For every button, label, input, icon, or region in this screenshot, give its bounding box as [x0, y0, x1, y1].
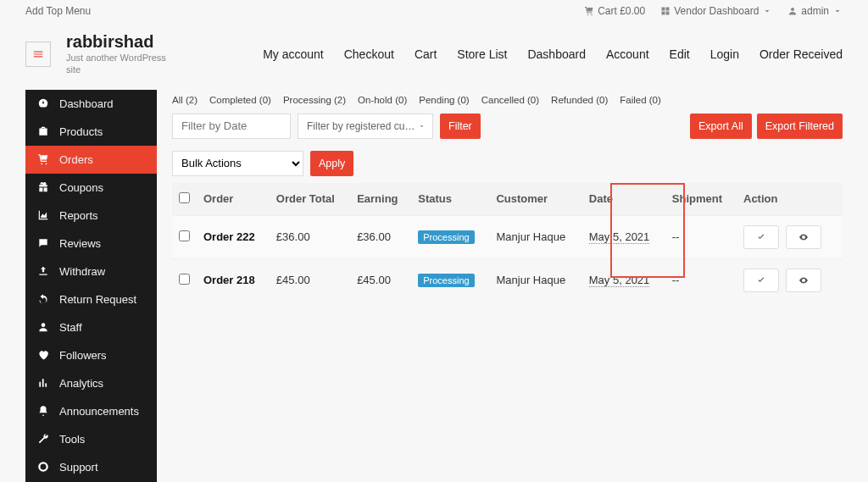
comment-icon [37, 237, 49, 249]
apply-button[interactable]: Apply [310, 151, 353, 176]
view-button[interactable] [786, 269, 821, 292]
sidebar-item-announcements[interactable]: Announcements [25, 397, 157, 425]
status-badge: Processing [418, 274, 474, 287]
th-shipment: Shipment [665, 183, 737, 216]
svg-rect-2 [662, 8, 665, 11]
export-filtered-button[interactable]: Export Filtered [757, 114, 843, 139]
filter-button[interactable]: Filter [440, 114, 481, 139]
admin-user-link[interactable]: admin [787, 5, 843, 17]
cart-icon [584, 6, 594, 16]
sidebar-item-dashboard[interactable]: Dashboard [25, 90, 157, 118]
chevron-down-icon [832, 6, 843, 16]
th-order-total: Order Total [270, 183, 350, 216]
check-icon [756, 275, 766, 285]
order-date: May 5, 2021 [589, 274, 650, 287]
sidebar-item-support[interactable]: Support [25, 453, 157, 481]
order-shipment: -- [665, 258, 737, 302]
nav-cart[interactable]: Cart [415, 47, 437, 61]
briefcase-icon [37, 125, 49, 137]
view-button[interactable] [786, 225, 821, 249]
nav-dashboard[interactable]: Dashboard [527, 47, 586, 61]
svg-rect-4 [662, 12, 665, 15]
nav-checkout[interactable]: Checkout [344, 47, 394, 61]
sidebar-item-reports[interactable]: Reports [25, 202, 157, 230]
analytics-icon [37, 377, 49, 389]
select-all-checkbox[interactable] [179, 192, 190, 203]
nav-order-received[interactable]: Order Received [760, 47, 843, 61]
svg-point-0 [587, 14, 589, 16]
tab-cancelled[interactable]: Cancelled (0) [481, 95, 539, 105]
chart-icon [37, 209, 49, 221]
svg-point-9 [42, 323, 46, 327]
order-total: £36.00 [270, 215, 350, 258]
tab-all[interactable]: All (2) [172, 95, 198, 105]
tab-failed[interactable]: Failed (0) [620, 95, 661, 105]
bell-icon [37, 405, 49, 417]
nav-account[interactable]: Account [606, 47, 649, 61]
sidebar-item-reviews[interactable]: Reviews [25, 230, 157, 258]
status-badge: Processing [418, 230, 474, 244]
order-shipment: -- [665, 215, 737, 258]
order-link[interactable]: Order 222 [203, 230, 255, 243]
bulk-actions-select[interactable]: Bulk Actions [172, 151, 303, 176]
th-customer: Customer [489, 183, 581, 216]
complete-button[interactable] [743, 269, 779, 292]
svg-rect-5 [666, 12, 670, 15]
tab-pending[interactable]: Pending (0) [419, 95, 469, 105]
tab-on-hold[interactable]: On-hold (0) [358, 95, 407, 105]
svg-point-1 [591, 14, 593, 16]
gift-icon [37, 181, 49, 193]
life-ring-icon [37, 461, 49, 473]
hamburger-icon [32, 48, 44, 60]
tab-refunded[interactable]: Refunded (0) [551, 95, 608, 105]
grid-icon [660, 6, 670, 16]
site-tagline: Just another WordPress site [66, 52, 168, 76]
svg-point-8 [46, 163, 47, 164]
filter-customer-select[interactable]: Filter by registered custo… [298, 114, 433, 139]
sidebar-item-products[interactable]: Products [25, 118, 157, 146]
order-link[interactable]: Order 218 [203, 274, 255, 286]
th-date: Date [582, 183, 665, 216]
nav-my-account[interactable]: My account [263, 47, 324, 61]
nav-edit[interactable]: Edit [670, 47, 690, 61]
th-earning: Earning [350, 183, 411, 216]
eye-icon [798, 275, 809, 285]
order-total: £45.00 [270, 258, 350, 302]
complete-button[interactable] [743, 225, 779, 249]
sidebar-item-coupons[interactable]: Coupons [25, 174, 157, 202]
th-order: Order [197, 183, 270, 216]
nav-login[interactable]: Login [710, 47, 739, 61]
menu-toggle[interactable] [25, 42, 51, 67]
sidebar-item-followers[interactable]: Followers [25, 341, 157, 369]
sidebar-item-withdraw[interactable]: Withdraw [25, 258, 157, 285]
vendor-dashboard-link[interactable]: Vendor Dashboard [660, 5, 772, 17]
eye-icon [798, 232, 809, 242]
heart-icon [37, 349, 49, 361]
svg-point-6 [791, 8, 794, 11]
order-customer: Manjur Haque [489, 258, 581, 302]
tab-processing[interactable]: Processing (2) [283, 95, 346, 105]
undo-icon [37, 293, 49, 305]
sidebar-item-orders[interactable]: Orders [25, 146, 157, 174]
cart-link[interactable]: Cart £0.00 [584, 5, 645, 17]
sidebar-item-return-request[interactable]: Return Request [25, 285, 157, 313]
tab-completed[interactable]: Completed (0) [209, 95, 271, 105]
table-row: Order 222 £36.00 £36.00 Processing Manju… [172, 215, 843, 258]
export-all-button[interactable]: Export All [690, 114, 752, 139]
check-icon [756, 232, 766, 242]
table-row: Order 218 £45.00 £45.00 Processing Manju… [172, 258, 843, 302]
sidebar-item-analytics[interactable]: Analytics [25, 369, 157, 397]
wrench-icon [37, 433, 49, 445]
filter-date-input[interactable] [172, 114, 291, 139]
nav-store-list[interactable]: Store List [457, 47, 507, 61]
user-icon [37, 321, 49, 333]
row-checkbox[interactable] [179, 230, 190, 241]
upload-icon [37, 265, 49, 277]
sidebar-item-tools[interactable]: Tools [25, 425, 157, 453]
sidebar-item-staff[interactable]: Staff [25, 313, 157, 341]
order-earning: £36.00 [350, 215, 411, 258]
row-checkbox[interactable] [179, 274, 190, 285]
th-status: Status [411, 183, 489, 216]
top-menu-link[interactable]: Add Top Menu [25, 5, 91, 17]
svg-point-7 [41, 163, 42, 164]
